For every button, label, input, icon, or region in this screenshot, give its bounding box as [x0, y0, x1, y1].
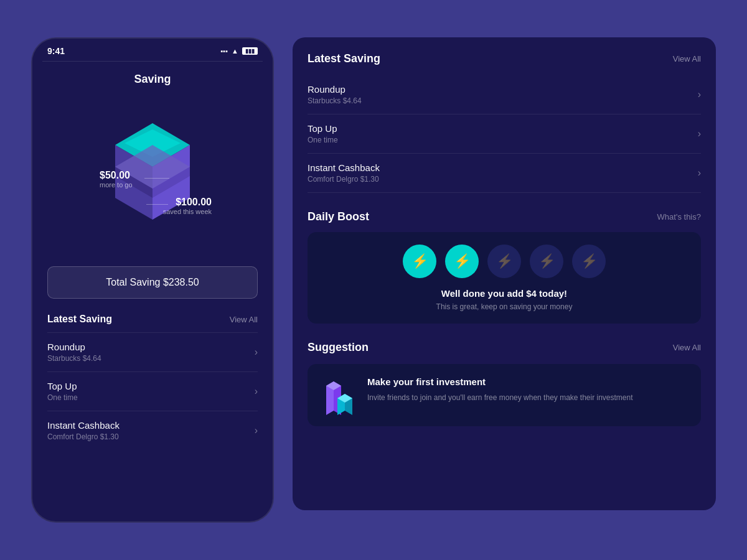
phone-frame: 9:41 ▪▪▪ ▲ ▮▮▮ Saving	[31, 37, 274, 523]
signal-icon: ▪▪▪	[220, 47, 228, 55]
lightning-icon-5: ⚡	[581, 253, 598, 269]
right-panel: Latest Saving View All Roundup Starbucks…	[293, 37, 716, 510]
boost-circle-1: ⚡	[403, 245, 436, 278]
main-container: 9:41 ▪▪▪ ▲ ▮▮▮ Saving	[31, 37, 716, 523]
connector-right	[146, 204, 168, 205]
right-latest-saving-header: Latest Saving View All	[308, 52, 701, 65]
boost-message: Well done you add $4 today! This is grea…	[320, 288, 688, 311]
right-latest-saving-title: Latest Saving	[308, 52, 380, 65]
right-item-roundup[interactable]: Roundup Starbucks $4.64 ›	[308, 75, 701, 114]
suggestion-title: Suggestion	[308, 341, 369, 354]
phone-item-sub-topup: One time	[47, 393, 78, 402]
phone-item-title-roundup: Roundup	[47, 342, 101, 352]
phone-latest-saving-title: Latest Saving	[47, 314, 112, 325]
lightning-icon-3: ⚡	[496, 253, 513, 269]
phone-saving-item-roundup[interactable]: Roundup Starbucks $4.64 ›	[47, 332, 258, 371]
boost-headline: Well done you add $4 today!	[320, 288, 688, 299]
lightning-icon-2: ⚡	[454, 253, 471, 269]
right-item-cashback[interactable]: Instant Cashback Comfort Delgro $1.30 ›	[308, 154, 701, 193]
right-chevron-cashback: ›	[698, 167, 701, 179]
page-title: Saving	[32, 62, 273, 92]
amount-saved-sub: saved this week	[163, 208, 212, 215]
phone-view-all-link[interactable]: View All	[230, 315, 258, 324]
daily-boost-title: Daily Boost	[308, 210, 369, 223]
suggestion-view-all[interactable]: View All	[673, 343, 701, 352]
chevron-right-icon-roundup: ›	[255, 347, 258, 358]
right-item-info-cashback: Instant Cashback Comfort Delgro $1.30	[308, 162, 380, 184]
phone-item-info-topup: Top Up One time	[47, 381, 78, 402]
chevron-right-icon-cashback: ›	[255, 425, 258, 436]
right-latest-saving: Latest Saving View All Roundup Starbucks…	[308, 52, 701, 193]
phone-item-title-cashback: Instant Cashback	[47, 420, 120, 431]
right-item-info-topup: Top Up One time	[308, 123, 338, 144]
phone-saving-item-topup[interactable]: Top Up One time ›	[47, 371, 258, 411]
amount-left-sub: more to go	[100, 181, 133, 189]
investment-icon	[320, 376, 357, 414]
phone-latest-saving-header: Latest Saving View All	[32, 314, 273, 332]
suggestion-header: Suggestion View All	[308, 341, 701, 354]
whats-this-link[interactable]: What's this?	[657, 212, 701, 222]
right-chevron-topup: ›	[698, 128, 701, 139]
chevron-right-icon-topup: ›	[255, 386, 258, 397]
phone-item-info-roundup: Roundup Starbucks $4.64	[47, 342, 101, 363]
isometric-illustration: $50.00 more to go $100.00 saved this wee…	[100, 111, 205, 248]
right-item-info-roundup: Roundup Starbucks $4.64	[308, 84, 362, 105]
status-icons: ▪▪▪ ▲ ▮▮▮	[220, 47, 258, 55]
right-item-sub-topup: One time	[308, 136, 338, 144]
lightning-icon-4: ⚡	[538, 253, 555, 269]
battery-icon: ▮▮▮	[242, 47, 258, 55]
status-bar: 9:41 ▪▪▪ ▲ ▮▮▮	[32, 39, 273, 61]
right-item-topup[interactable]: Top Up One time ›	[308, 114, 701, 154]
suggestion-section: Suggestion View All	[308, 341, 701, 426]
right-item-title-topup: Top Up	[308, 123, 338, 134]
phone-saving-list: Roundup Starbucks $4.64 › Top Up One tim…	[32, 332, 273, 450]
lightning-icon-1: ⚡	[411, 253, 428, 269]
daily-boost-header: Daily Boost What's this?	[308, 210, 701, 223]
right-item-sub-cashback: Comfort Delgro $1.30	[308, 175, 380, 184]
phone-item-title-topup: Top Up	[47, 381, 78, 391]
right-latest-saving-view-all[interactable]: View All	[673, 54, 701, 63]
suggestion-card-sub: Invite friends to join and you'll earn f…	[367, 392, 633, 404]
phone-saving-item-cashback[interactable]: Instant Cashback Comfort Delgro $1.30 ›	[47, 411, 258, 450]
amount-left-label: $50.00 more to go	[100, 170, 133, 189]
hero-section: $50.00 more to go $100.00 saved this wee…	[32, 92, 273, 266]
boost-sub: This is great, keep on saving your money	[320, 302, 688, 311]
boost-circle-3: ⚡	[487, 245, 521, 278]
boost-circle-5: ⚡	[572, 245, 606, 278]
boost-card: ⚡ ⚡ ⚡ ⚡ ⚡ Well done you a	[308, 232, 701, 324]
amount-saved-value: $100.00	[163, 197, 212, 208]
right-chevron-roundup: ›	[698, 89, 701, 100]
daily-boost-section: Daily Boost What's this? ⚡ ⚡ ⚡ ⚡	[308, 210, 701, 324]
connector-left	[144, 178, 169, 179]
boost-icons-row: ⚡ ⚡ ⚡ ⚡ ⚡	[320, 245, 688, 278]
total-saving-button[interactable]: Total Saving $238.50	[47, 266, 258, 299]
phone-time: 9:41	[47, 46, 65, 56]
boost-circle-2: ⚡	[445, 245, 479, 278]
amount-left-value: $50.00	[100, 170, 133, 181]
suggestion-card[interactable]: Make your first investment Invite friend…	[308, 364, 701, 426]
right-item-sub-roundup: Starbucks $4.64	[308, 96, 362, 105]
right-item-title-cashback: Instant Cashback	[308, 162, 380, 173]
phone-content: Saving	[32, 62, 273, 450]
wifi-icon: ▲	[232, 47, 238, 55]
suggestion-text: Make your first investment Invite friend…	[367, 376, 633, 404]
amount-saved-label: $100.00 saved this week	[163, 197, 212, 215]
boost-circle-4: ⚡	[530, 245, 563, 278]
phone-item-info-cashback: Instant Cashback Comfort Delgro $1.30	[47, 420, 120, 441]
right-item-title-roundup: Roundup	[308, 84, 362, 95]
phone-item-sub-roundup: Starbucks $4.64	[47, 354, 101, 363]
suggestion-card-title: Make your first investment	[367, 376, 633, 387]
phone-item-sub-cashback: Comfort Delgro $1.30	[47, 432, 120, 441]
